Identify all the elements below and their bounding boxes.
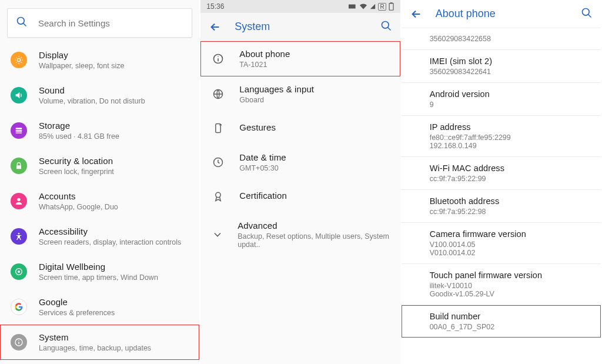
svg-rect-5 xyxy=(16,132,22,133)
account-icon xyxy=(11,193,27,209)
info-title: IMEI (sim slot 2) xyxy=(430,56,591,66)
about-phone-panel: About phone 356029083422658IMEI (sim slo… xyxy=(402,0,602,364)
item-title: Languages & input xyxy=(239,84,314,94)
info-row[interactable]: 356029083422658 xyxy=(402,28,601,49)
search-bar[interactable] xyxy=(7,8,192,38)
info-value: 356029083422641 xyxy=(430,68,591,76)
settings-list: DisplayWallpaper, sleep, font sizeSoundV… xyxy=(0,42,199,364)
item-title: Security & location xyxy=(39,156,114,166)
info-icon xyxy=(11,334,27,350)
system-item-advanced[interactable]: AdvancedBackup, Reset options, Multiple … xyxy=(200,213,400,256)
info-value: cc:9f:7a:95:22:99 xyxy=(430,175,591,183)
svg-point-21 xyxy=(218,56,219,57)
info-row[interactable]: Build number00A0_6_17D_SP02 xyxy=(402,305,601,338)
info-value: ilitek-V10010 Goodix-v1.05.29-LV xyxy=(430,282,591,298)
system-item-languages-input[interactable]: Languages & inputGboard xyxy=(200,76,400,112)
settings-item-system[interactable]: SystemLanguages, time, backup, updates xyxy=(0,325,199,360)
info-row[interactable]: Android version9 xyxy=(402,83,601,115)
info-title: IP address xyxy=(430,122,591,132)
item-subtitle: Volume, vibration, Do not disturb xyxy=(39,97,145,105)
settings-item-accounts[interactable]: AccountsWhatsApp, Google, Duo xyxy=(0,183,199,219)
item-title: Storage xyxy=(39,121,119,131)
settings-item-digital-wellbeing[interactable]: Digital WellbeingScreen time, app timers… xyxy=(0,254,199,289)
appbar: System xyxy=(200,13,400,41)
system-item-gestures[interactable]: Gestures xyxy=(200,112,400,145)
svg-line-27 xyxy=(588,14,591,17)
info-row[interactable]: Bluetooth addresscc:9f:7a:95:22:98 xyxy=(402,190,601,222)
settings-item-sound[interactable]: SoundVolume, vibration, Do not disturb xyxy=(0,78,199,113)
svg-line-18 xyxy=(387,27,390,30)
accessibility-icon xyxy=(11,228,27,245)
info-value: 356029083422658 xyxy=(430,35,591,43)
settings-item-security-location[interactable]: Security & locationScreen lock, fingerpr… xyxy=(0,148,199,183)
settings-item-accessibility[interactable]: AccessibilityScreen readers, display, in… xyxy=(0,219,199,254)
item-subtitle: Backup, Reset options, Multiple users, S… xyxy=(238,232,390,249)
appbar-title: About phone xyxy=(436,8,581,20)
svg-rect-6 xyxy=(16,165,21,169)
item-subtitle: TA-1021 xyxy=(239,61,290,69)
system-item-date-time[interactable]: Date & timeGMT+05:30 xyxy=(200,145,400,180)
svg-rect-15 xyxy=(389,4,393,11)
sound-icon xyxy=(11,87,27,103)
info-row[interactable]: IP addressfe80::ce9f:7aff:fe95:2299 192.… xyxy=(402,116,601,156)
about-list: 356029083422658IMEI (sim slot 2)35602908… xyxy=(402,28,601,364)
item-subtitle: Screen lock, fingerprint xyxy=(39,168,114,176)
item-subtitle: Services & preferences xyxy=(39,309,115,317)
item-title: Advanced xyxy=(238,221,390,231)
google-icon xyxy=(11,299,27,315)
info-value: V100.0014.05 V010.0014.02 xyxy=(430,241,591,257)
status-time: 15:36 xyxy=(206,2,224,11)
gestures-icon xyxy=(211,122,225,134)
info-row[interactable]: Wi-Fi MAC addresscc:9f:7a:95:22:99 xyxy=(402,157,601,189)
svg-point-13 xyxy=(18,340,19,340)
info-title: Wi-Fi MAC address xyxy=(430,163,591,173)
chevron-icon xyxy=(211,229,223,241)
svg-line-1 xyxy=(24,24,26,26)
settings-panel: DisplayWallpaper, sleep, font sizeSoundV… xyxy=(0,0,200,364)
info-title: Android version xyxy=(430,89,591,99)
search-input[interactable] xyxy=(38,18,183,28)
item-subtitle: Gboard xyxy=(239,96,314,104)
svg-rect-14 xyxy=(349,5,356,9)
back-icon[interactable] xyxy=(209,21,222,34)
system-item-about-phone[interactable]: About phoneTA-1021 xyxy=(200,41,400,76)
settings-item-display[interactable]: DisplayWallpaper, sleep, font size xyxy=(0,42,199,78)
status-bar: 15:36 R xyxy=(200,0,400,13)
brightness-icon xyxy=(11,52,27,68)
settings-item-storage[interactable]: Storage85% used · 4.81 GB free xyxy=(0,113,199,148)
svg-rect-16 xyxy=(390,2,392,4)
svg-rect-3 xyxy=(16,128,22,129)
info-row[interactable]: IMEI (sim slot 2)356029083422641 xyxy=(402,50,601,82)
appbar-title: System xyxy=(235,21,380,33)
svg-point-8 xyxy=(18,233,20,235)
item-subtitle: Screen time, app timers, Wind Down xyxy=(39,273,158,282)
info-row[interactable]: Camera firmware versionV100.0014.05 V010… xyxy=(402,223,601,263)
item-title: Digital Wellbeing xyxy=(39,262,158,272)
settings-item-google[interactable]: GoogleServices & preferences xyxy=(0,289,199,325)
svg-point-0 xyxy=(18,18,25,25)
svg-point-10 xyxy=(18,271,20,273)
lock-icon xyxy=(11,158,27,174)
clock-icon xyxy=(211,156,225,168)
item-title: Google xyxy=(39,297,115,307)
search-icon[interactable] xyxy=(581,7,593,21)
info-value: cc:9f:7a:95:22:98 xyxy=(430,208,591,216)
item-title: System xyxy=(39,332,151,342)
back-icon[interactable] xyxy=(410,8,423,21)
item-subtitle: Languages, time, backup, updates xyxy=(39,344,151,352)
status-icons: R xyxy=(349,2,394,11)
system-panel: 15:36 R System About phoneTA-1021Languag… xyxy=(200,0,401,364)
item-subtitle: Screen readers, display, interaction con… xyxy=(39,238,181,246)
info-title: Build number xyxy=(430,312,591,321)
system-item-certification[interactable]: Certification xyxy=(200,180,400,213)
search-icon[interactable] xyxy=(380,20,392,34)
cert-icon xyxy=(211,191,225,202)
item-title: Certification xyxy=(239,191,287,201)
globe-icon xyxy=(211,88,225,100)
svg-point-2 xyxy=(17,58,20,61)
svg-rect-4 xyxy=(16,130,22,132)
svg-point-7 xyxy=(17,198,20,201)
item-title: Gestures xyxy=(239,122,276,132)
info-row[interactable]: Touch panel firmware versionilitek-V1001… xyxy=(402,264,601,305)
item-title: Display xyxy=(39,50,124,60)
